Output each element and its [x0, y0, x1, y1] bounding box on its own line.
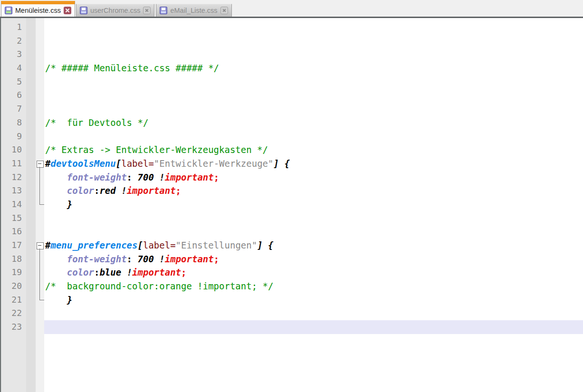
floppy-disk-icon [160, 7, 167, 14]
line-number: 6 [0, 88, 22, 102]
code-token [154, 254, 159, 264]
code-line[interactable]: 21 } [0, 293, 583, 307]
line-number: 15 [0, 211, 22, 225]
fold-guide-line [36, 266, 44, 279]
code-text: /* für Devtools */ [45, 116, 148, 130]
code-token: ; [176, 185, 181, 196]
code-line[interactable]: 8/* für Devtools */ [0, 116, 583, 130]
tab-bar: Menüleiste.css userChrome.css eMail_List… [0, 0, 583, 18]
line-number: 19 [0, 266, 22, 279]
code-line[interactable]: 23 [0, 320, 583, 334]
code-line[interactable]: 3 [0, 48, 583, 61]
editor[interactable]: 1234/* ##### Menüleiste.css ##### */5678… [0, 18, 583, 392]
floppy-disk-icon [5, 7, 12, 14]
code-token: important [132, 267, 181, 277]
code-token: label= [143, 240, 176, 250]
code-line[interactable]: 17#menu_preferences[label="Einstellungen… [0, 239, 583, 252]
line-number: 10 [0, 143, 22, 157]
code-line[interactable]: 4/* ##### Menüleiste.css ##### */ [0, 61, 583, 75]
code-token [45, 199, 67, 210]
code-line[interactable]: 20/* background-color:orange !important;… [0, 279, 583, 293]
code-token: red [99, 185, 115, 196]
code-token: # [45, 240, 50, 250]
code-token: : [127, 172, 132, 182]
code-lines[interactable]: 1234/* ##### Menüleiste.css ##### */5678… [0, 20, 583, 334]
code-token [45, 254, 67, 264]
code-line[interactable]: 10/* Extras -> Entwickler-Werkzeugkasten… [0, 143, 583, 157]
code-token: : [94, 267, 99, 277]
code-token: /* ##### Menüleiste.css ##### */ [45, 63, 219, 73]
code-token: /* background-color:orange !important; *… [45, 281, 273, 291]
code-token: font-weight [67, 172, 127, 182]
floppy-disk-icon [80, 7, 87, 14]
code-token: : [127, 254, 132, 264]
code-token: [ [137, 240, 143, 250]
code-token: color [67, 267, 94, 277]
code-line[interactable]: 16 [0, 225, 583, 239]
tab-userchrome-css[interactable]: userChrome.css [76, 4, 155, 17]
code-line[interactable]: 13 color:red !important; [0, 184, 583, 198]
code-token: 700 [138, 254, 154, 264]
code-token [121, 267, 126, 277]
code-token: ! [121, 185, 126, 196]
code-token: ] { [257, 240, 273, 250]
code-line[interactable]: 2 [0, 34, 583, 48]
code-line[interactable]: 19 color:blue !important; [0, 266, 583, 279]
code-line[interactable]: 1 [0, 20, 583, 34]
code-token: important [127, 185, 176, 196]
line-number: 22 [0, 306, 22, 320]
code-line[interactable]: 22 [0, 306, 583, 320]
code-token: "Entwickler-Werkzeuge" [154, 158, 274, 169]
tab-menuleiste-css[interactable]: Menüleiste.css [1, 1, 75, 17]
code-line[interactable]: 6 [0, 88, 583, 102]
code-token: ! [127, 267, 132, 277]
code-token: important [165, 254, 214, 264]
close-icon[interactable] [143, 7, 151, 14]
fold-guide-line [36, 198, 44, 211]
tab-label: eMail_Liste.css [170, 7, 217, 14]
code-token [116, 185, 121, 196]
code-text: font-weight: 700 !important; [45, 171, 219, 184]
code-text: color:red !important; [45, 184, 181, 198]
code-text: /* Extras -> Entwickler-Werkzeugkasten *… [45, 143, 268, 157]
code-token: ! [159, 172, 164, 182]
tab-email-liste-css[interactable]: eMail_Liste.css [156, 4, 231, 17]
code-line[interactable]: 5 [0, 75, 583, 89]
code-line[interactable]: 12 font-weight: 700 !important; [0, 171, 583, 184]
fold-collapse-icon[interactable] [36, 157, 44, 171]
line-number: 12 [0, 171, 22, 184]
line-number: 21 [0, 293, 22, 307]
code-token: color [67, 185, 94, 196]
line-number: 18 [0, 252, 22, 266]
code-line[interactable]: 14 } [0, 198, 583, 211]
line-number: 5 [0, 75, 22, 89]
fold-collapse-icon[interactable] [36, 239, 44, 252]
code-token: ] { [274, 158, 290, 169]
code-text: } [45, 293, 72, 307]
line-number: 14 [0, 198, 22, 211]
fold-guide-line [36, 279, 44, 293]
fold-guide-line [36, 252, 44, 266]
line-number: 9 [0, 130, 22, 143]
code-line[interactable]: 18 font-weight: 700 !important; [0, 252, 583, 266]
code-text: color:blue !important; [45, 266, 187, 279]
code-token: blue [99, 267, 121, 277]
line-number: 23 [0, 320, 22, 334]
code-text: #devtoolsMenu[label="Entwickler-Werkzeug… [45, 157, 290, 171]
close-icon[interactable] [220, 7, 228, 14]
code-text: /* ##### Menüleiste.css ##### */ [45, 61, 219, 75]
tab-label: Menüleiste.css [15, 7, 61, 14]
code-text: font-weight: 700 !important; [45, 252, 219, 266]
code-token: [ [116, 158, 121, 169]
code-line[interactable]: 15 [0, 211, 583, 225]
code-token: ; [214, 172, 219, 182]
fold-guide-line [36, 171, 44, 184]
close-icon[interactable] [64, 7, 71, 14]
code-line[interactable]: 11#devtoolsMenu[label="Entwickler-Werkze… [0, 157, 583, 171]
code-line[interactable]: 7 [0, 102, 583, 116]
line-number: 17 [0, 239, 22, 252]
code-token: 700 [138, 172, 154, 182]
code-token: label= [121, 158, 154, 169]
code-token: } [67, 295, 72, 305]
code-line[interactable]: 9 [0, 130, 583, 143]
